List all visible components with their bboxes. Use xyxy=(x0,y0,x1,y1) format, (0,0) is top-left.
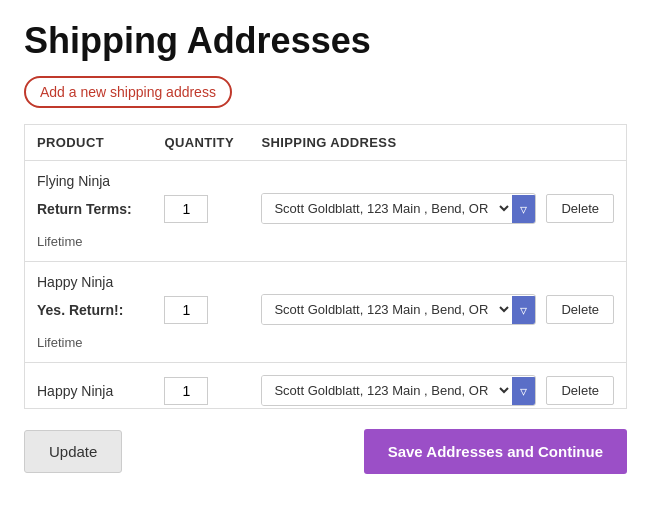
delete-button[interactable]: Delete xyxy=(546,295,614,324)
page-title: Shipping Addresses xyxy=(24,20,627,62)
table-row: Lifetime xyxy=(25,226,627,262)
footer: Update Save Addresses and Continue xyxy=(24,429,627,474)
table-row: Happy Ninja Scott Goldblatt, 123 Main , … xyxy=(25,363,627,409)
quantity-input[interactable] xyxy=(164,296,208,324)
address-cell: Scott Goldblatt, 123 Main , Bend, OR ▿ D… xyxy=(249,363,626,409)
delete-button[interactable]: Delete xyxy=(546,194,614,223)
shipping-table: PRODUCT QUANTITY SHIPPING ADDRESS Flying… xyxy=(24,124,627,409)
table-row: Yes. Return!: Scott Goldblatt, 123 Main … xyxy=(25,292,627,327)
select-arrow-icon[interactable]: ▿ xyxy=(512,377,535,405)
select-arrow-icon[interactable]: ▿ xyxy=(512,296,535,324)
col-header-quantity: QUANTITY xyxy=(152,125,249,161)
product-name: Happy Ninja xyxy=(25,262,627,292)
address-select-wrapper: Scott Goldblatt, 123 Main , Bend, OR ▿ xyxy=(261,193,536,224)
return-label: Yes. Return!: xyxy=(25,292,153,327)
col-header-product: PRODUCT xyxy=(25,125,153,161)
product-name: Happy Ninja xyxy=(25,363,153,409)
quantity-input[interactable] xyxy=(164,195,208,223)
select-arrow-icon[interactable]: ▿ xyxy=(512,195,535,223)
table-row: Flying Ninja xyxy=(25,161,627,192)
quantity-cell xyxy=(152,363,249,409)
quantity-cell xyxy=(152,292,249,327)
return-label: Return Terms: xyxy=(25,191,153,226)
col-header-shipping-address: SHIPPING ADDRESS xyxy=(249,125,626,161)
lifetime-text: Lifetime xyxy=(25,226,153,262)
address-cell: Scott Goldblatt, 123 Main , Bend, OR ▿ D… xyxy=(249,292,626,327)
address-select-wrapper: Scott Goldblatt, 123 Main , Bend, OR ▿ xyxy=(261,375,536,406)
update-button[interactable]: Update xyxy=(24,430,122,473)
table-row: Lifetime xyxy=(25,327,627,363)
lifetime-text: Lifetime xyxy=(25,327,153,363)
address-select[interactable]: Scott Goldblatt, 123 Main , Bend, OR xyxy=(262,376,512,405)
add-address-link[interactable]: Add a new shipping address xyxy=(24,76,232,108)
address-cell: Scott Goldblatt, 123 Main , Bend, OR ▿ D… xyxy=(249,191,626,226)
delete-button[interactable]: Delete xyxy=(546,376,614,405)
table-row: Happy Ninja xyxy=(25,262,627,292)
quantity-cell xyxy=(152,191,249,226)
address-select[interactable]: Scott Goldblatt, 123 Main , Bend, OR xyxy=(262,194,512,223)
address-select[interactable]: Scott Goldblatt, 123 Main , Bend, OR xyxy=(262,295,512,324)
table-row: Return Terms: Scott Goldblatt, 123 Main … xyxy=(25,191,627,226)
quantity-input[interactable] xyxy=(164,377,208,405)
product-name: Flying Ninja xyxy=(25,161,627,192)
address-select-wrapper: Scott Goldblatt, 123 Main , Bend, OR ▿ xyxy=(261,294,536,325)
save-continue-button[interactable]: Save Addresses and Continue xyxy=(364,429,627,474)
